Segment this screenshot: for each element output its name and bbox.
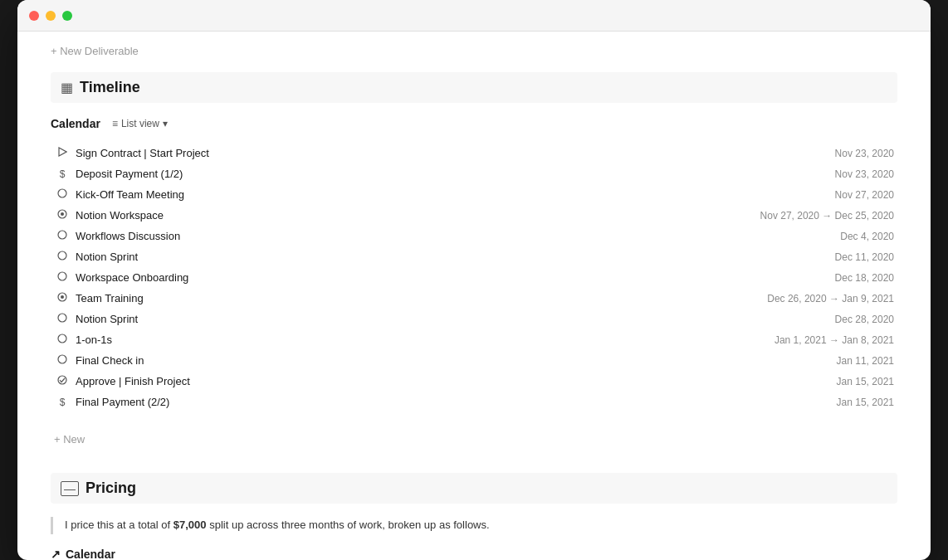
timeline-item-name: Notion Sprint: [76, 251, 825, 263]
timeline-list: Sign Contract | Start Project Nov 23, 20…: [51, 143, 897, 412]
svg-point-6: [58, 272, 66, 280]
timeline-item-date: Dec 18, 2020: [835, 272, 894, 284]
timeline-item-icon: [54, 271, 71, 284]
titlebar: [17, 0, 931, 32]
timeline-item-date: Jan 15, 2021: [837, 397, 894, 408]
timeline-item-name: Kick-Off Team Meeting: [76, 188, 825, 201]
svg-point-11: [58, 355, 66, 363]
pricing-section-icon: —: [61, 481, 79, 496]
timeline-item-date: Jan 1, 2021 → Jan 8, 2021: [775, 334, 894, 346]
svg-point-10: [58, 334, 66, 343]
timeline-item-name: Workflows Discussion: [76, 230, 830, 242]
timeline-item-icon: [54, 313, 71, 325]
maximize-button[interactable]: [62, 11, 72, 21]
timeline-item-date: Dec 11, 2020: [835, 251, 894, 263]
new-deliverable-button[interactable]: + New Deliverable: [51, 45, 139, 57]
timeline-item-date: Nov 27, 2020: [835, 189, 894, 201]
timeline-item[interactable]: 1-on-1s Jan 1, 2021 → Jan 8, 2021: [51, 329, 897, 350]
timeline-item[interactable]: Team Training Dec 26, 2020 → Jan 9, 2021: [51, 288, 897, 309]
timeline-item[interactable]: Notion Sprint Dec 28, 2020: [51, 309, 897, 329]
timeline-item-name: 1-on-1s: [76, 334, 765, 346]
timeline-item-date: Dec 26, 2020 → Jan 9, 2021: [767, 293, 894, 304]
pricing-section-header: — Pricing: [51, 473, 897, 504]
svg-point-12: [58, 376, 66, 384]
pricing-section-title: Pricing: [86, 480, 136, 497]
timeline-item[interactable]: Notion Sprint Dec 11, 2020: [51, 246, 897, 267]
pricing-blockquote: I price this at a total of $7,000 split …: [51, 517, 897, 534]
svg-point-8: [61, 295, 64, 299]
timeline-section-title: Timeline: [80, 79, 140, 96]
timeline-item-name: Final Payment (2/2): [76, 396, 827, 408]
timeline-item-icon: [54, 230, 71, 242]
timeline-item-name: Notion Workspace: [76, 209, 750, 222]
timeline-item-name: Final Check in: [76, 354, 827, 367]
timeline-item-name: Sign Contract | Start Project: [76, 147, 825, 159]
calendar-row: Calendar ≡ List view ▾: [51, 116, 897, 131]
timeline-item[interactable]: Workspace Onboarding Dec 18, 2020: [51, 267, 897, 288]
timeline-item-name: Approve | Finish Project: [76, 375, 827, 387]
minimize-button[interactable]: [46, 11, 56, 21]
calendar-link-label: Calendar: [66, 548, 115, 560]
timeline-item[interactable]: Final Check in Jan 11, 2021: [51, 350, 897, 371]
timeline-item-date: Jan 11, 2021: [837, 355, 894, 367]
timeline-item-date: Nov 23, 2020: [835, 148, 894, 159]
svg-point-3: [61, 212, 64, 216]
timeline-item-icon: [54, 251, 71, 263]
list-view-selector[interactable]: ≡ List view ▾: [107, 116, 173, 131]
timeline-item-icon: [54, 292, 71, 304]
calendar-section-icon: ▦: [61, 80, 73, 95]
external-link-icon: ↗: [51, 548, 61, 560]
timeline-item-date: Nov 23, 2020: [835, 168, 894, 180]
timeline-item[interactable]: Sign Contract | Start Project Nov 23, 20…: [51, 143, 897, 163]
list-view-label: List view: [121, 118, 159, 129]
svg-point-9: [58, 314, 66, 322]
timeline-item-icon: $: [54, 168, 71, 180]
timeline-item[interactable]: Notion Workspace Nov 27, 2020 → Dec 25, …: [51, 205, 897, 226]
timeline-item-icon: [54, 147, 71, 159]
timeline-item-date: Dec 4, 2020: [840, 231, 894, 242]
timeline-item-name: Workspace Onboarding: [76, 271, 825, 284]
chevron-down-icon: ▾: [163, 118, 168, 129]
new-timeline-item-button[interactable]: + New: [51, 429, 88, 450]
timeline-item-icon: [54, 375, 71, 387]
svg-point-1: [58, 189, 66, 197]
timeline-item-date: Dec 28, 2020: [835, 314, 894, 325]
timeline-item-icon: $: [54, 397, 71, 408]
timeline-item-icon: [54, 209, 71, 222]
timeline-item[interactable]: Kick-Off Team Meeting Nov 27, 2020: [51, 184, 897, 205]
timeline-section-header: ▦ Timeline: [51, 72, 897, 103]
timeline-item-name: Team Training: [76, 292, 757, 304]
main-content: + New Deliverable ▦ Timeline Calendar ≡ …: [17, 32, 931, 560]
timeline-item-name: Deposit Payment (1/2): [76, 168, 825, 180]
timeline-item-date: Jan 15, 2021: [837, 376, 894, 387]
svg-point-4: [58, 231, 66, 239]
calendar-label: Calendar: [51, 117, 100, 130]
app-window: + New Deliverable ▦ Timeline Calendar ≡ …: [17, 0, 931, 560]
svg-point-5: [58, 251, 66, 260]
list-view-icon: ≡: [112, 118, 118, 129]
timeline-item-icon: [54, 188, 71, 201]
timeline-item-icon: [54, 334, 71, 346]
close-button[interactable]: [29, 11, 39, 21]
timeline-item-icon: [54, 354, 71, 367]
calendar-link[interactable]: ↗ Calendar: [51, 548, 897, 560]
timeline-item[interactable]: Approve | Finish Project Jan 15, 2021: [51, 371, 897, 392]
svg-marker-0: [59, 148, 66, 156]
timeline-item[interactable]: $ Final Payment (2/2) Jan 15, 2021: [51, 392, 897, 412]
pricing-section: — Pricing I price this at a total of $7,…: [51, 473, 897, 534]
timeline-item-name: Notion Sprint: [76, 313, 825, 325]
timeline-item[interactable]: $ Deposit Payment (1/2) Nov 23, 2020: [51, 163, 897, 184]
timeline-item[interactable]: Workflows Discussion Dec 4, 2020: [51, 226, 897, 246]
timeline-item-date: Nov 27, 2020 → Dec 25, 2020: [760, 210, 894, 222]
